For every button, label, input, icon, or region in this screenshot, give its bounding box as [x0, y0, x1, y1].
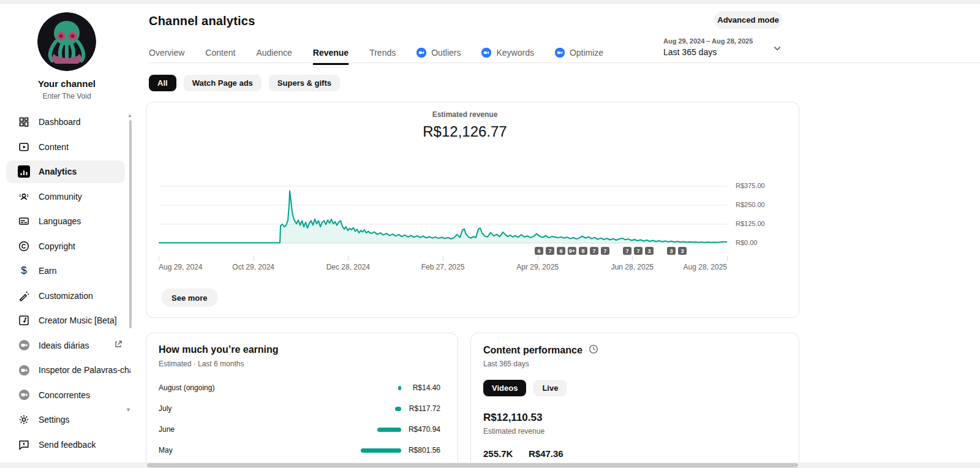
toggle-videos[interactable]: Videos [483, 380, 526, 396]
earnings-card: How much you’re earning Estimated · Last… [146, 333, 458, 468]
x-axis-tick [443, 256, 443, 261]
vidiq-blue-icon [555, 48, 565, 58]
sidebar-item-content[interactable]: Content [0, 135, 134, 160]
date-range-text: Aug 29, 2024 – Aug 28, 2025 [663, 37, 783, 45]
tab-audience[interactable]: Audience [256, 48, 292, 64]
date-range-picker[interactable]: Aug 29, 2024 – Aug 28, 2025 Last 365 day… [663, 37, 783, 57]
horizontal-scrollbar[interactable] [147, 463, 798, 467]
sidebar-item-dashboard[interactable]: Dashboard [0, 110, 134, 135]
filter-chip-watch-page-ads[interactable]: Watch Page ads [184, 75, 262, 91]
performance-stat-left: 255.7K [483, 448, 513, 459]
sidebar-item-inspetor-palavras-chave[interactable]: Inspetor de Palavras-chave [0, 358, 134, 383]
chart-metric-total: R$12,126.77 [146, 123, 783, 140]
y-axis-label: R$375.00 [736, 182, 785, 189]
x-axis-label: Aug 28, 2025 [684, 263, 727, 271]
tab-optimize[interactable]: Optimize [555, 48, 603, 64]
tab-overview[interactable]: Overview [149, 48, 184, 64]
chart-marker-badge[interactable]: 3 [667, 247, 676, 255]
vidiq-gray-icon [18, 339, 30, 352]
earn-icon: $ [18, 265, 30, 277]
feedback-icon [18, 439, 30, 451]
toggle-live[interactable]: Live [533, 380, 567, 396]
chart-marker-badge[interactable]: 7 [634, 247, 643, 255]
x-axis-label: Feb 27, 2025 [421, 263, 465, 271]
chart-marker-badge[interactable]: 3 [645, 247, 654, 255]
tab-content[interactable]: Content [205, 48, 235, 64]
advanced-mode-button[interactable]: Advanced mode [714, 11, 782, 29]
chart-marker-badge[interactable]: 7 [601, 247, 609, 255]
x-axis-tick [538, 256, 538, 261]
chart-marker-badge[interactable]: 9+ [568, 247, 576, 255]
community-icon [18, 191, 30, 203]
sidebar-item-ideais-diarias[interactable]: Ideais diárias [0, 333, 134, 358]
chart-marker-badge[interactable]: 7 [590, 247, 598, 255]
x-axis-label: Dec 28, 2024 [326, 263, 370, 271]
chart-metric-label: Estimated revenue [146, 110, 783, 119]
earnings-row[interactable]: August (ongoing) R$14.40 [146, 378, 458, 399]
performance-card-title: Content performance [483, 344, 598, 357]
content-performance-card: Content performance Last 365 days Videos… [470, 333, 799, 468]
sidebar-item-copyright[interactable]: Copyright [0, 234, 134, 259]
sidebar-scroll-down-arrow[interactable]: ▼ [126, 407, 131, 413]
performance-revenue-value: R$12,110.53 [483, 412, 542, 424]
sidebar-item-concorrentes[interactable]: Concorrentes [0, 383, 134, 408]
earnings-bar [398, 386, 401, 390]
revenue-area-chart[interactable] [159, 180, 727, 249]
see-more-button[interactable]: See more [161, 289, 218, 307]
revenue-chart-card: Estimated revenue R$12,126.77 R$375.00 R… [146, 102, 799, 318]
sidebar: Your channel Enter The Void Dashboard Co… [0, 4, 134, 468]
revenue-filter-chips: All Watch Page ads Supers & gifts [149, 75, 340, 91]
page-title: Channel analytics [149, 14, 255, 28]
content-icon [18, 141, 30, 153]
external-link-icon [114, 340, 123, 350]
chart-marker-badge[interactable]: 8 [579, 247, 587, 255]
chart-marker-badge[interactable]: 6 [557, 247, 565, 255]
x-axis-tick [727, 256, 728, 261]
x-axis-tick [632, 256, 633, 261]
chart-marker-badge[interactable]: 3 [678, 247, 687, 255]
sidebar-item-send-feedback[interactable]: Send feedback [0, 432, 134, 458]
chart-marker-badge[interactable]: 7 [546, 247, 554, 255]
sidebar-item-languages[interactable]: Languages [0, 209, 134, 234]
earnings-row[interactable]: June R$470.94 [146, 420, 458, 440]
sidebar-scroll-up-arrow[interactable]: ▲ [127, 113, 132, 118]
tab-keywords[interactable]: Keywords [481, 48, 533, 64]
sidebar-item-earn[interactable]: $ Earn [0, 259, 134, 284]
tab-outliers[interactable]: Outliers [417, 48, 461, 64]
chart-marker-badge[interactable]: 6 [535, 247, 543, 255]
tab-revenue[interactable]: Revenue [313, 48, 349, 64]
vidiq-blue-icon [417, 48, 426, 58]
octopus-avatar-image [37, 12, 96, 71]
settings-gear-icon [18, 413, 30, 426]
earnings-bar [395, 407, 401, 411]
vidiq-blue-icon [481, 48, 491, 58]
earnings-bar [361, 448, 401, 453]
channel-avatar[interactable] [37, 12, 96, 71]
earnings-rows: August (ongoing) R$14.40 July R$117.72 J… [146, 378, 458, 461]
analytics-icon [18, 165, 30, 178]
earnings-row[interactable]: May R$801.56 [146, 440, 458, 461]
filter-chip-supers-gifts[interactable]: Supers & gifts [269, 75, 340, 91]
x-axis-label: Apr 29, 2025 [516, 263, 559, 271]
chevron-down-icon [772, 43, 782, 56]
clock-icon[interactable] [589, 344, 598, 357]
channel-name: Your channel [0, 78, 134, 89]
sidebar-menu: Dashboard Content Analytics Community La… [0, 110, 134, 457]
window-top-edge [0, 0, 980, 4]
tab-trends[interactable]: Trends [369, 48, 396, 64]
sidebar-item-analytics[interactable]: Analytics [0, 159, 134, 184]
x-axis-label: Jun 28, 2025 [611, 263, 654, 271]
dashboard-icon [18, 116, 30, 128]
earnings-bar [377, 428, 401, 432]
sidebar-item-settings[interactable]: Settings [0, 407, 134, 432]
y-axis-label: R$0.00 [736, 239, 785, 246]
creator-music-icon [18, 314, 30, 326]
chart-marker-badge[interactable]: 7 [623, 247, 631, 255]
filter-chip-all[interactable]: All [149, 75, 176, 91]
sidebar-item-community[interactable]: Community [0, 184, 134, 209]
sidebar-item-creator-music[interactable]: Creator Music [Beta] [0, 308, 134, 333]
earnings-card-title: How much you’re earning [159, 344, 279, 355]
sidebar-item-customization[interactable]: Customization [0, 284, 134, 309]
earnings-row[interactable]: July R$117.72 [146, 399, 458, 420]
sidebar-scrollbar[interactable] [129, 120, 132, 328]
